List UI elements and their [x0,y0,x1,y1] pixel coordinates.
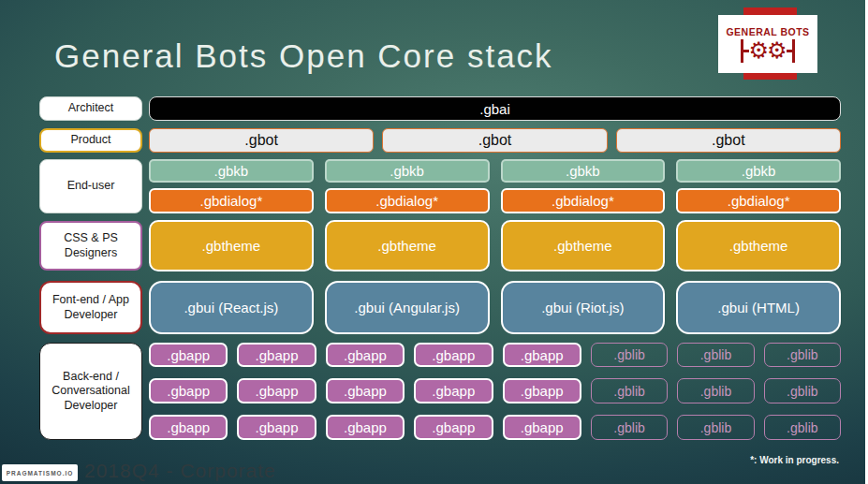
gblib-box: .gblib [677,343,754,367]
gbtheme-row: .gbtheme .gbtheme .gbtheme .gbtheme [149,220,841,271]
page-title: General Bots Open Core stack [54,37,553,75]
gblib-box: .gblib [591,415,668,440]
backend-row: .gbapp .gbapp .gbapp .gbapp .gbapp .gbli… [149,343,841,367]
gblib-box: .gblib [591,378,668,403]
row-label-architect: Architect [39,96,142,121]
gbapp-box: .gbapp [503,415,581,440]
gbdialog-box: .gbdialog* [501,188,666,213]
gbkb-box: .gbkb [325,159,490,183]
gbot-box: .gbot [149,128,374,153]
gbapp-box: .gbapp [149,343,228,367]
row-label-end-user: End-user [39,159,142,213]
gblib-box: .gblib [764,378,841,403]
slide-caption: 2018Q4 - Corporate [84,460,276,482]
gbapp-box: .gbapp [503,343,581,367]
gbui-box: .gbui (Angular.js) [325,281,490,334]
gbkb-box: .gbkb [676,159,841,183]
gbot-box: .gbot [382,128,607,153]
row-label-product: Product [39,128,142,153]
backend-row: .gbapp .gbapp .gbapp .gbapp .gbapp .gbli… [149,378,841,403]
gbui-box: .gbui (React.js) [149,281,314,334]
gblib-box: .gblib [677,378,754,403]
gblib-box: .gblib [591,343,668,367]
gears-icon: ⚙ ⚙ [741,39,794,63]
general-bots-logo: GENERAL BOTS ⚙ ⚙ [718,15,817,73]
gblib-box: .gblib [764,415,841,440]
gbapp-box: .gbapp [326,415,405,440]
gbdialog-row: .gbdialog* .gbdialog* .gbdialog* .gbdial… [149,188,841,213]
gbapp-box: .gbapp [237,378,316,403]
gbdialog-box: .gbdialog* [325,188,490,213]
slide: General Bots Open Core stack GENERAL BOT… [0,0,868,484]
gbkb-box: .gbkb [501,159,666,183]
gbapp-box: .gbapp [414,378,493,403]
gbapp-box: .gbapp [503,378,581,403]
product-row: .gbot .gbot .gbot [149,128,841,153]
gbapp-box: .gbapp [149,378,228,403]
gbui-box: .gbui (HTML) [676,281,841,334]
gbtheme-box: .gbtheme [501,220,666,271]
gbapp-box: .gbapp [149,415,228,440]
row-label-frontend-developer: Font-end / App Developer [39,281,142,334]
pragmatismo-logo: PRAGMATISMO.IO [2,464,78,481]
gbot-box: .gbot [616,128,841,153]
gbkb-box: .gbkb [149,159,314,183]
gbapp-box: .gbapp [414,415,493,440]
row-label-designers: CSS & PS Designers [39,221,142,271]
row-label-backend-developer: Back-end / Conversational Developer [39,343,142,440]
gbkb-row: .gbkb .gbkb .gbkb .gbkb [149,159,841,183]
logo-brand-text: GENERAL BOTS [726,26,809,37]
gblib-box: .gblib [677,415,754,440]
backend-row: .gbapp .gbapp .gbapp .gbapp .gbapp .gbli… [149,415,841,440]
gbdialog-box: .gbdialog* [149,188,314,213]
gbdialog-box: .gbdialog* [676,188,841,213]
gbapp-box: .gbapp [326,343,405,367]
gbui-row: .gbui (React.js) .gbui (Angular.js) .gbu… [149,281,841,334]
architect-row: .gbai [149,96,841,121]
work-in-progress-footnote: *: Work in progress. [750,455,839,465]
gbtheme-box: .gbtheme [149,220,314,271]
gear-icon: ⚙ [767,39,787,62]
gbtheme-box: .gbtheme [325,220,490,271]
gear-icon: ⚙ [748,39,769,62]
gear-right-bar [792,39,795,63]
gbui-box: .gbui (Riot.js) [501,281,666,334]
gbapp-box: .gbapp [326,378,405,403]
gbtheme-box: .gbtheme [676,220,841,271]
gbapp-box: .gbapp [237,343,316,367]
gbapp-box: .gbapp [237,415,316,440]
gblib-box: .gblib [764,343,841,367]
gbapp-box: .gbapp [414,343,493,367]
gbai-box: .gbai [149,96,841,121]
